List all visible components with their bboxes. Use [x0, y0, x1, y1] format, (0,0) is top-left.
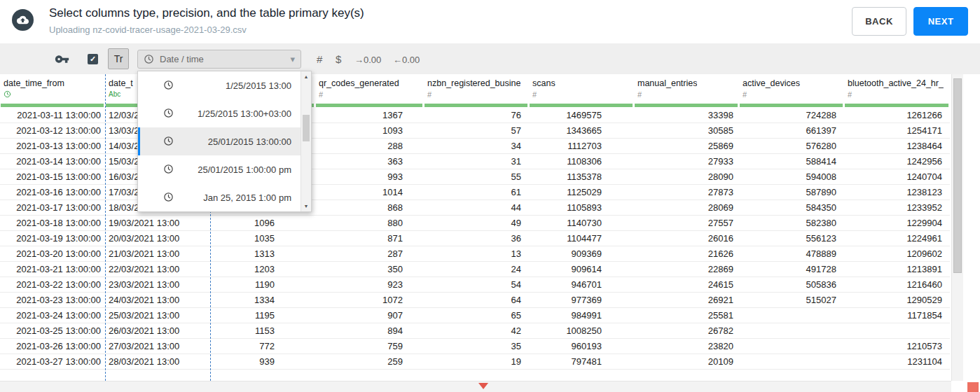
column-header-bluetooth_active_24_hr_[interactable]: bluetooth_active_24_hr_# [844, 74, 950, 108]
selected-column-left-edge [105, 74, 106, 381]
table-cell: 2021-03-24 13:00:00 [0, 308, 105, 323]
table-cell: 505836 [739, 277, 844, 292]
table-cell: 2021-03-11 13:00:00 [0, 108, 105, 122]
table-row: 2021-03-22 13:00:0023/03/2021 13:0011909… [0, 277, 950, 293]
table-cell: 26016 [634, 231, 739, 246]
column-type-indicator: # [427, 90, 432, 99]
table-cell: 584350 [739, 200, 844, 215]
vertical-scrollbar-thumb[interactable] [953, 78, 962, 273]
table-cell: 21/03/2021 13:00 [105, 246, 210, 261]
table-cell: 880 [315, 216, 424, 230]
format-option[interactable]: 25/01/2015 13:00:00 [138, 127, 301, 155]
table-cell: 977369 [529, 293, 634, 307]
format-option-label: 25/01/2015 13:00:00 [208, 136, 291, 147]
table-cell: 2021-03-17 13:00:00 [0, 200, 105, 215]
table-cell: 65 [424, 308, 529, 323]
menu-scrollbar-thumb[interactable] [303, 115, 310, 141]
table-cell: 1140730 [529, 216, 634, 230]
format-option-list: 1/25/2015 13:001/25/2015 13:00+03:0025/0… [138, 71, 301, 211]
menu-scroll-up-arrow[interactable]: ▲ [301, 72, 311, 81]
table-cell: 1105893 [529, 200, 634, 215]
column-header-active_devices[interactable]: active_devices# [739, 74, 844, 108]
table-cell: 30585 [634, 123, 739, 138]
clock-icon [163, 164, 174, 175]
table-cell [739, 354, 844, 369]
column-quality-bar [740, 104, 843, 107]
table-cell: 984991 [529, 308, 634, 323]
table-cell: 946701 [529, 277, 634, 292]
table-row: 2021-03-23 13:00:0024/03/2021 13:0013341… [0, 293, 950, 308]
horizontal-scrollbar[interactable] [0, 381, 951, 392]
precision-increase-button[interactable]: →0.00 [354, 55, 381, 65]
table-cell: 759 [315, 339, 424, 354]
table-cell: 2021-03-12 13:00:00 [0, 123, 105, 138]
format-option[interactable]: 1/25/2015 13:00 [138, 71, 301, 99]
format-option[interactable]: Jan 25, 2015 1:00 pm [138, 183, 301, 211]
table-cell: 1135378 [529, 169, 634, 184]
column-header-manual_entries[interactable]: manual_entries# [634, 74, 739, 108]
table-cell: 28/03/2021 13:00 [105, 354, 210, 369]
table-cell: 1343665 [529, 123, 634, 138]
column-header-nzbn_registered_busine[interactable]: nzbn_registered_busine# [424, 74, 529, 108]
table-cell: 1334 [210, 293, 315, 307]
table-cell: 478889 [739, 246, 844, 261]
table-cell: 64 [424, 293, 529, 307]
table-cell: 23/03/2021 13:00 [105, 277, 210, 292]
table-cell: 54 [424, 277, 529, 292]
column-header-date_time_from[interactable]: date_time_from [0, 74, 105, 108]
column-quality-bar [845, 104, 948, 107]
column-type-indicator: # [848, 90, 852, 99]
table-cell: 1195 [210, 308, 315, 323]
table-cell: 1104477 [529, 231, 634, 246]
table-cell: 2021-03-25 13:00:00 [0, 323, 105, 338]
table-cell: 1224961 [844, 231, 950, 246]
table-cell: 2021-03-18 13:00:00 [0, 216, 105, 230]
datetime-format-value: Date / time [160, 54, 290, 64]
table-cell: 2021-03-19 13:00:00 [0, 231, 105, 246]
table-cell [739, 323, 844, 338]
datetime-format-dropdown[interactable]: Date / time ▾ [137, 50, 301, 69]
next-button[interactable]: NEXT [913, 7, 968, 36]
upload-status-text: Uploading nz-covid-tracer-usage-2021-03-… [49, 24, 247, 35]
column-header-qr_codes_generated[interactable]: qr_codes_generated# [315, 74, 424, 108]
text-type-button[interactable]: Tr [108, 48, 129, 69]
precision-decrease-button[interactable]: ←0.00 [393, 55, 420, 65]
table-cell: 22869 [634, 262, 739, 276]
table-cell: 1112703 [529, 139, 634, 153]
cloud-upload-glyph [17, 14, 29, 26]
back-button[interactable]: BACK [852, 7, 906, 36]
table-cell: 1096 [210, 216, 315, 230]
integer-type-button[interactable]: # [317, 53, 322, 65]
table-cell: 61 [424, 185, 529, 200]
include-column-checkbox[interactable]: ✓ [88, 54, 98, 64]
currency-type-button[interactable]: $ [336, 53, 341, 65]
primary-key-icon[interactable] [55, 52, 69, 66]
table-cell: 724288 [739, 108, 844, 122]
table-cell: 2021-03-13 13:00:00 [0, 139, 105, 153]
column-quality-bar [425, 104, 527, 107]
wizard-nav-buttons: BACK NEXT [852, 7, 968, 36]
table-cell: 1290529 [844, 293, 950, 307]
format-option-label: 25/01/2015 1:00:00 pm [198, 164, 291, 175]
table-cell: 259 [315, 354, 424, 369]
column-header-scans[interactable]: scans# [529, 74, 634, 108]
table-cell: 1125029 [529, 185, 634, 200]
table-cell [739, 339, 844, 354]
table-cell: 24/03/2021 13:00 [105, 293, 210, 307]
table-cell: 28069 [634, 200, 739, 215]
menu-scrollbar[interactable]: ▲ ▼ [301, 71, 311, 211]
column-name: bluetooth_active_24_hr_ [848, 78, 944, 88]
format-option[interactable]: 1/25/2015 13:00+03:00 [138, 99, 301, 127]
menu-scroll-down-arrow[interactable]: ▼ [301, 202, 311, 211]
column-name: qr_codes_generated [319, 78, 399, 88]
table-cell: 871 [315, 231, 424, 246]
datetime-format-menu: 1/25/2015 13:001/25/2015 13:00+03:0025/0… [137, 71, 312, 212]
table-cell: 27933 [634, 154, 739, 169]
table-cell: 31 [424, 154, 529, 169]
column-name: nzbn_registered_busine [427, 78, 520, 88]
table-cell: 939 [210, 354, 315, 369]
vertical-scrollbar[interactable] [951, 74, 963, 381]
format-option[interactable]: 25/01/2015 1:00:00 pm [138, 155, 301, 183]
table-cell: 42 [424, 323, 529, 338]
table-cell: 1190 [210, 277, 315, 292]
